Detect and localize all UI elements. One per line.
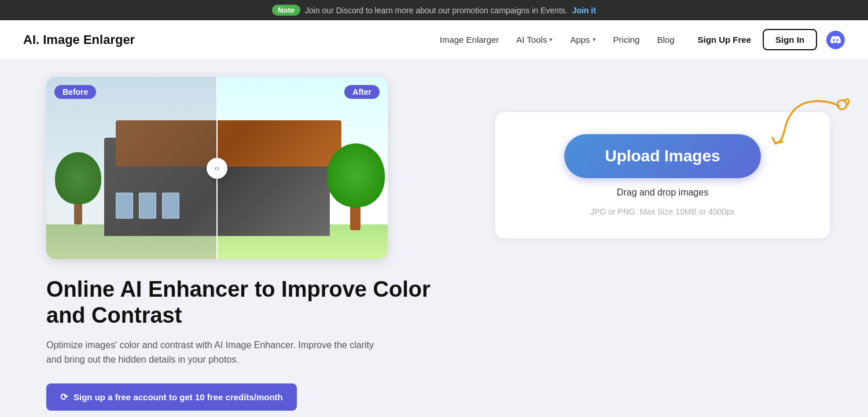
main-content: Before After ‹› Online AI Enhancer to Im… — [0, 60, 868, 417]
nav-link-apps[interactable]: Apps ▾ — [563, 31, 602, 48]
nav-links: Image Enlarger AI Tools ▾ Apps ▾ Pricing… — [433, 31, 682, 48]
nav-link-blog[interactable]: Blog — [650, 31, 681, 48]
window — [116, 193, 133, 219]
handle-arrows: ‹› — [215, 164, 220, 172]
file-hint: JPG or PNG. Max Size 10MB or 4000px — [590, 207, 735, 216]
banner-link[interactable]: Join it — [572, 6, 596, 15]
tree-right-after — [330, 149, 382, 230]
nav-link-pricing[interactable]: Pricing — [606, 31, 647, 48]
nav-link-ai-tools[interactable]: AI Tools ▾ — [509, 31, 560, 48]
nav-item-apps[interactable]: Apps ▾ — [563, 31, 602, 48]
signup-free-link[interactable]: Sign Up Free — [690, 31, 758, 48]
signin-button[interactable]: Sign In — [763, 29, 817, 50]
left-section: Before After ‹› Online AI Enhancer to Im… — [46, 77, 457, 411]
nav-cta: Sign Up Free Sign In — [690, 29, 845, 50]
discord-icon[interactable] — [826, 31, 845, 49]
chevron-down-icon: ▾ — [549, 36, 553, 43]
upload-button[interactable]: Upload Images — [564, 134, 760, 178]
nav-item-ai-tools[interactable]: AI Tools ▾ — [509, 31, 560, 48]
banner-message: Join our Discord to learn more about our… — [305, 6, 568, 15]
cta-signup-button[interactable]: ⟳ Sign up a free account to get 10 free … — [46, 383, 297, 411]
nav-item-image-enlarger[interactable]: Image Enlarger — [433, 31, 506, 48]
nav-item-pricing[interactable]: Pricing — [606, 31, 647, 48]
before-label: Before — [54, 85, 96, 99]
page-title: Online AI Enhancer to Improve Color and … — [46, 276, 457, 329]
image-comparison: Before After ‹› — [46, 77, 388, 259]
window — [139, 193, 156, 219]
nav-link-image-enlarger[interactable]: Image Enlarger — [433, 31, 506, 48]
subheadline: Optimize images' color and contrast with… — [46, 338, 388, 367]
building-windows — [116, 193, 179, 219]
right-section: Upload Images Drag and drop images JPG o… — [492, 77, 833, 239]
arrow-doodle — [758, 94, 851, 152]
top-banner: Note Join our Discord to learn more abou… — [0, 0, 868, 20]
after-label: After — [344, 85, 380, 99]
nav-item-blog[interactable]: Blog — [650, 31, 681, 48]
main-nav: AI. Image Enlarger Image Enlarger AI Too… — [0, 20, 868, 60]
chevron-down-icon: ▾ — [593, 36, 596, 43]
infinity-icon: ⟳ — [60, 392, 68, 403]
window — [162, 193, 179, 219]
drag-drop-text: Drag and drop images — [617, 187, 708, 198]
comparison-handle[interactable]: ‹› — [207, 158, 227, 179]
note-badge: Note — [272, 5, 300, 16]
cta-label: Sign up a free account to get 10 free cr… — [73, 392, 283, 402]
site-logo[interactable]: AI. Image Enlarger — [23, 32, 135, 47]
